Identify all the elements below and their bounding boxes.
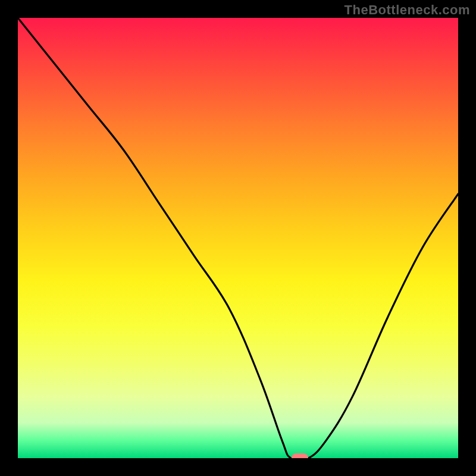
- plot-area: [18, 18, 458, 458]
- optimal-point-marker: [292, 453, 308, 458]
- watermark-text: TheBottleneck.com: [345, 2, 470, 18]
- bottleneck-curve: [18, 18, 458, 458]
- chart-frame: TheBottleneck.com: [0, 0, 476, 476]
